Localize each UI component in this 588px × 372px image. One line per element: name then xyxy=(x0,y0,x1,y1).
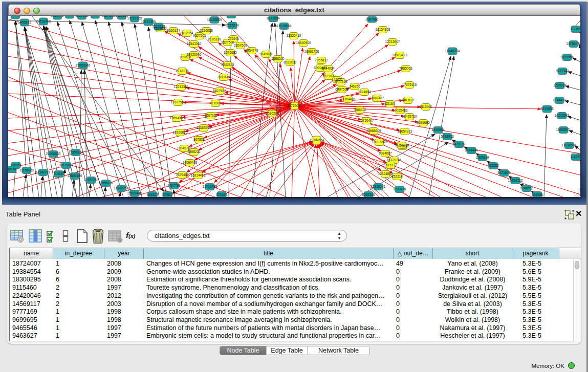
svg-text:5938913: 5938913 xyxy=(441,135,454,138)
svg-text:10807487: 10807487 xyxy=(369,96,384,100)
svg-text:944351: 944351 xyxy=(10,16,21,17)
svg-text:18724007: 18724007 xyxy=(287,104,302,107)
svg-text:16033809: 16033809 xyxy=(207,18,222,21)
svg-text:10973493: 10973493 xyxy=(393,53,407,57)
svg-text:9699695: 9699695 xyxy=(417,121,430,124)
svg-text:1244419: 1244419 xyxy=(553,98,566,102)
svg-text:8215958: 8215958 xyxy=(540,107,554,111)
svg-text:1733426: 1733426 xyxy=(393,187,406,191)
svg-text:16154808: 16154808 xyxy=(376,28,390,31)
svg-text:13716485: 13716485 xyxy=(203,185,217,188)
svg-text:6497568: 6497568 xyxy=(335,87,349,91)
svg-text:39154: 39154 xyxy=(8,167,16,171)
svg-text:16648784: 16648784 xyxy=(445,49,460,53)
svg-text:8454749: 8454749 xyxy=(245,49,258,52)
svg-text:10654122: 10654122 xyxy=(508,179,523,182)
svg-text:19384554: 19384554 xyxy=(310,138,324,142)
svg-text:6479197: 6479197 xyxy=(452,142,466,146)
svg-text:1527602: 1527602 xyxy=(102,16,115,17)
svg-text:924506: 924506 xyxy=(532,193,543,196)
svg-text:2935114: 2935114 xyxy=(476,156,489,159)
svg-text:16782759: 16782759 xyxy=(114,186,129,190)
svg-text:17016504: 17016504 xyxy=(562,143,577,147)
svg-text:12505155: 12505155 xyxy=(68,174,82,178)
svg-text:8322037: 8322037 xyxy=(284,60,297,64)
svg-text:746266: 746266 xyxy=(349,84,360,88)
svg-text:6466160: 6466160 xyxy=(115,16,128,17)
svg-text:7357274: 7357274 xyxy=(226,24,239,27)
svg-text:1615132: 1615132 xyxy=(384,163,397,167)
svg-text:1057332: 1057332 xyxy=(75,16,89,17)
svg-text:21364436: 21364436 xyxy=(341,97,356,101)
svg-text:9463627: 9463627 xyxy=(401,98,415,102)
svg-text:9327508: 9327508 xyxy=(221,40,234,44)
svg-text:9227342: 9227342 xyxy=(556,69,569,73)
svg-text:14099489: 14099489 xyxy=(183,161,198,164)
svg-text:9245652: 9245652 xyxy=(520,186,533,190)
svg-text:19654983: 19654983 xyxy=(170,116,185,120)
svg-text:9115460: 9115460 xyxy=(420,105,432,108)
svg-text:16120746: 16120746 xyxy=(387,158,402,162)
svg-text:8912954: 8912954 xyxy=(180,31,193,35)
svg-text:7986322: 7986322 xyxy=(353,108,366,112)
svg-text:9329966: 9329966 xyxy=(560,55,574,59)
svg-text:10046738: 10046738 xyxy=(177,146,192,150)
svg-text:10671355: 10671355 xyxy=(141,20,156,24)
svg-text:12342737: 12342737 xyxy=(36,170,51,174)
svg-text:19654923: 19654923 xyxy=(398,129,412,133)
svg-text:7485063: 7485063 xyxy=(399,67,412,70)
svg-text:20691406: 20691406 xyxy=(36,19,51,23)
svg-text:3226058: 3226058 xyxy=(200,29,213,32)
svg-text:29053346: 29053346 xyxy=(76,63,91,67)
svg-text:867833: 867833 xyxy=(193,138,205,141)
svg-text:417006: 417006 xyxy=(210,101,221,105)
svg-text:13751074: 13751074 xyxy=(567,42,580,46)
svg-text:9054772: 9054772 xyxy=(51,16,64,17)
svg-text:989612: 989612 xyxy=(180,55,191,59)
svg-text:7515524: 7515524 xyxy=(152,25,165,28)
svg-text:16914473: 16914473 xyxy=(191,173,206,177)
svg-text:1092345: 1092345 xyxy=(362,193,375,196)
svg-text:8427552: 8427552 xyxy=(213,89,226,93)
svg-text:9146821: 9146821 xyxy=(259,52,273,56)
svg-text:9327505: 9327505 xyxy=(193,34,206,37)
svg-text:10756928: 10756928 xyxy=(395,143,409,147)
svg-text:2530203: 2530203 xyxy=(266,112,279,115)
svg-text:87961: 87961 xyxy=(163,193,172,196)
svg-text:1588520: 1588520 xyxy=(271,57,285,60)
svg-text:2867608: 2867608 xyxy=(234,43,247,47)
svg-text:18807249: 18807249 xyxy=(372,140,387,144)
svg-text:10688609: 10688609 xyxy=(366,129,381,133)
svg-text:8660124: 8660124 xyxy=(167,29,180,32)
svg-text:571645: 571645 xyxy=(216,193,227,196)
svg-text:15136141: 15136141 xyxy=(371,185,386,188)
svg-text:16961758: 16961758 xyxy=(304,50,319,53)
svg-text:763262: 763262 xyxy=(488,164,499,167)
svg-text:11353594: 11353594 xyxy=(197,126,211,129)
svg-text:3498222: 3498222 xyxy=(187,150,201,154)
svg-text:3375685: 3375685 xyxy=(224,51,237,54)
svg-text:10543362: 10543362 xyxy=(187,42,202,46)
svg-text:9777169: 9777169 xyxy=(334,80,347,83)
svg-text:12213967: 12213967 xyxy=(385,40,400,43)
svg-text:26206535: 26206535 xyxy=(46,152,61,156)
svg-text:12213369: 12213369 xyxy=(174,85,189,89)
svg-text:7803144: 7803144 xyxy=(217,75,230,79)
svg-text:30975887: 30975887 xyxy=(59,163,74,167)
svg-text:116753: 116753 xyxy=(570,155,580,159)
svg-text:1209387: 1209387 xyxy=(553,83,567,87)
svg-text:19218506: 19218506 xyxy=(277,24,292,28)
svg-text:114519: 114519 xyxy=(53,172,64,176)
svg-text:9084067: 9084067 xyxy=(379,151,392,155)
svg-text:10025433: 10025433 xyxy=(393,108,408,112)
svg-text:9457791: 9457791 xyxy=(167,184,181,187)
svg-text:10553257: 10553257 xyxy=(88,16,103,16)
svg-text:252214: 252214 xyxy=(391,174,403,178)
svg-text:8813054: 8813054 xyxy=(267,16,280,20)
svg-text:10958107: 10958107 xyxy=(99,181,114,185)
svg-text:17957253: 17957253 xyxy=(84,178,99,182)
svg-text:18495750: 18495750 xyxy=(402,115,417,118)
svg-text:9474444: 9474444 xyxy=(465,148,478,152)
svg-text:2718176: 2718176 xyxy=(176,69,189,73)
svg-text:8471676: 8471676 xyxy=(497,171,511,174)
